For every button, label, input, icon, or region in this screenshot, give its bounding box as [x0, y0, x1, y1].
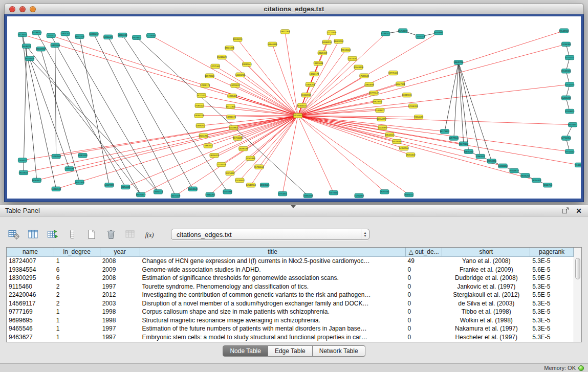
graph-node[interactable]: 16829750: [373, 100, 383, 104]
graph-node[interactable]: 9273441: [565, 55, 574, 59]
graph-node[interactable]: 14098131: [238, 146, 249, 150]
graph-node[interactable]: 12063128: [354, 65, 364, 69]
graph-node[interactable]: 18024471: [568, 123, 578, 127]
graph-node[interactable]: 16940910: [322, 40, 332, 44]
graph-edge[interactable]: [30, 58, 70, 168]
graph-node[interactable]: 9725418: [226, 171, 234, 175]
graph-node[interactable]: 17265440: [246, 156, 256, 160]
graph-node[interactable]: 18126159: [317, 51, 328, 55]
graph-edge[interactable]: [230, 116, 298, 173]
graph-node[interactable]: 10474112: [329, 191, 338, 195]
minimize-button[interactable]: [19, 6, 26, 12]
graph-node[interactable]: 18777147: [369, 91, 379, 95]
import-table-icon[interactable]: [46, 228, 59, 240]
graph-node[interactable]: 17710544: [565, 149, 575, 154]
table-columns-icon[interactable]: [27, 228, 40, 240]
graph-node[interactable]: 12963107: [475, 154, 486, 158]
graph-node[interactable]: 12021412: [46, 33, 56, 37]
graph-edge[interactable]: [298, 116, 536, 180]
graph-node[interactable]: 10421983: [50, 43, 60, 47]
graph-node[interactable]: 9748231: [575, 163, 581, 167]
graph-edge[interactable]: [27, 46, 141, 194]
graph-node[interactable]: 18034412: [209, 153, 220, 157]
graph-node[interactable]: 18050422: [406, 153, 416, 157]
graph-node[interactable]: 12250621: [121, 185, 131, 189]
graph-edge[interactable]: [298, 116, 334, 193]
graph-edge[interactable]: [200, 105, 298, 116]
graph-node[interactable]: 22040977: [378, 125, 388, 129]
graph-node[interactable]: 18612304: [280, 30, 291, 34]
graph-node[interactable]: 17604022: [17, 158, 28, 162]
graph-node[interactable]: 19051353: [75, 180, 85, 184]
column-header-year[interactable]: year: [100, 248, 140, 257]
graph-node[interactable]: 15474091: [347, 56, 358, 60]
graph-edge[interactable]: [298, 67, 359, 116]
graph-node[interactable]: 12125439: [326, 31, 337, 35]
graph-node[interactable]: 13061734: [199, 134, 209, 138]
table-row[interactable]: 1938455462009Genome-wide association stu…: [7, 266, 574, 274]
graph-node[interactable]: 12106113: [408, 104, 418, 108]
column-header-in_degree[interactable]: in_degree: [54, 248, 100, 257]
table-source-select[interactable]: citations_edges.txt ▲▼: [171, 229, 369, 240]
graph-node[interactable]: 14663210: [235, 73, 246, 77]
graph-node[interactable]: 13220172: [309, 72, 319, 76]
new-document-icon[interactable]: [85, 228, 98, 240]
graph-edge[interactable]: [56, 116, 298, 157]
graph-edge[interactable]: [237, 39, 298, 116]
column-header-pagerank[interactable]: pagerank: [530, 248, 574, 257]
graph-edge[interactable]: [231, 116, 298, 117]
graph-node[interactable]: 12553419: [416, 34, 426, 38]
graph-node[interactable]: 16034981: [433, 31, 444, 35]
graph-node[interactable]: 18430112: [154, 190, 163, 194]
graph-node[interactable]: 16164277: [377, 117, 387, 121]
graph-edge[interactable]: [56, 116, 298, 189]
graph-node[interactable]: 14117899: [104, 183, 114, 187]
graph-node[interactable]: 14957904: [399, 146, 409, 150]
graph-node[interactable]: 18093241: [380, 190, 390, 194]
graph-node[interactable]: 14850833: [364, 82, 375, 86]
graph-edge[interactable]: [51, 35, 141, 194]
graph-edge[interactable]: [235, 85, 298, 116]
graph-edge[interactable]: [298, 111, 380, 116]
graph-node[interactable]: 15890772: [195, 123, 206, 127]
graph-node[interactable]: 10930124: [51, 187, 61, 191]
graph-edge[interactable]: [23, 35, 298, 116]
graph-node[interactable]: 18556210: [520, 173, 531, 178]
graph-node[interactable]: 15981033: [78, 153, 88, 157]
tab-network-table[interactable]: Network Table: [313, 345, 365, 357]
graph-edge[interactable]: [137, 37, 308, 195]
graph-node[interactable]: 16128551: [17, 32, 28, 36]
graph-edge[interactable]: [125, 116, 298, 187]
graph-node[interactable]: 9154022: [415, 115, 423, 119]
vertical-scrollbar[interactable]: [574, 248, 581, 342]
graph-node[interactable]: 16960471: [103, 35, 114, 39]
graph-node[interactable]: 15104381: [223, 190, 233, 194]
graph-edge[interactable]: [94, 34, 175, 196]
graph-node[interactable]: 18679102: [459, 142, 469, 146]
column-header-short[interactable]: short: [442, 248, 530, 257]
graph-node[interactable]: 19813044: [313, 61, 323, 65]
graph-node[interactable]: 18601233: [225, 46, 235, 50]
graph-node[interactable]: 15548908: [559, 29, 570, 33]
graph-node[interactable]: 16978341: [205, 74, 215, 78]
graph-node[interactable]: 16253011: [230, 83, 240, 87]
graph-edge[interactable]: [51, 35, 298, 115]
graph-edge[interactable]: [459, 62, 469, 151]
graph-edge[interactable]: [285, 32, 298, 116]
graph-edge[interactable]: [298, 116, 404, 148]
graph-node[interactable]: 12048821: [229, 125, 239, 129]
window-titlebar[interactable]: citations_edges.txt: [4, 3, 584, 14]
graph-node[interactable]: 10392284: [498, 164, 508, 168]
graph-node[interactable]: 15891244: [464, 149, 474, 154]
table-row[interactable]: 946554611997Estimation of the future num…: [7, 324, 574, 333]
graph-node[interactable]: 16081224: [334, 39, 344, 43]
graph-node[interactable]: 15736104: [254, 165, 265, 169]
graph-node[interactable]: 18832041: [242, 62, 252, 66]
graph-edge[interactable]: [141, 116, 298, 195]
graph-node[interactable]: 15264380: [561, 42, 572, 46]
graph-node[interactable]: 10847031: [402, 93, 412, 97]
graph-node[interactable]: 11593813: [565, 109, 575, 113]
tab-node-table[interactable]: Node Table: [223, 345, 268, 357]
graph-node[interactable]: 25260904: [51, 154, 61, 158]
graph-node[interactable]: 15958261: [305, 82, 315, 86]
